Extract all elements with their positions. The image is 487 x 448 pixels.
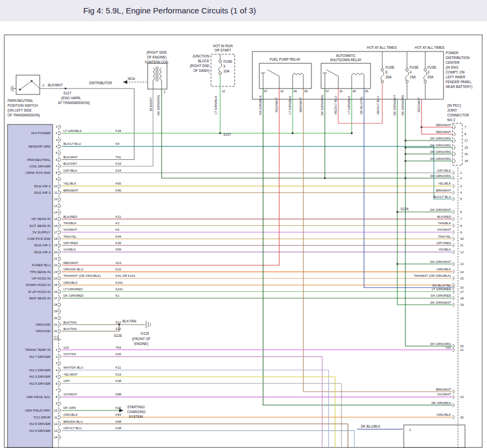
junction-dot	[404, 160, 406, 161]
coil-winding	[160, 68, 162, 80]
diagram-text: BLK/TAN	[122, 319, 136, 323]
pcm-signal-label: TCC DRVR	[33, 415, 50, 419]
circuit-code: K20	[115, 406, 121, 409]
diagram-text: FUSE	[386, 65, 395, 69]
edge-pin-number: 17	[460, 290, 463, 293]
wire-color-label: TAN/BLK	[63, 222, 77, 225]
pcm-pin-number: 2	[56, 131, 57, 135]
circuit-code: K1	[115, 294, 120, 297]
pcm-pin-number: 12	[54, 422, 57, 425]
edge-pin-number: 13	[460, 262, 463, 266]
joint-connector-pin-number: 15	[464, 146, 468, 149]
pcm-pin-bracket	[59, 131, 61, 135]
pcm-pin-bracket	[59, 217, 61, 221]
diagram-text: JOINT	[447, 108, 457, 112]
edge-wire-label: VIO/WHT	[437, 228, 451, 231]
edge-wire-label: DK GRN/ORG	[430, 144, 451, 147]
edge-hook	[453, 290, 454, 293]
edge-pin-number: 25	[460, 416, 463, 419]
diagram-text: FENDER PANEL,	[446, 80, 473, 84]
wire-gry-lt-blu	[62, 431, 354, 448]
pcm-pin-number: 11	[54, 191, 57, 194]
circuit-code: K54	[115, 413, 121, 416]
diagram-text: PARK/NEUTRAL	[8, 99, 33, 102]
pcm-signal-label: IGN POWER	[31, 131, 51, 135]
circuit-code: K39	[115, 241, 121, 245]
pcm-pin-number: 21	[54, 257, 57, 260]
park-neutral-switch-box	[16, 75, 40, 94]
edge-pin-number: 2	[460, 177, 462, 180]
diagram-text: 85	[304, 90, 308, 93]
pcm-pin-number: 1	[56, 125, 57, 128]
pcm-signal-label: R UP HO2S IN	[28, 290, 50, 293]
joint-connector-pin-number: 8	[464, 133, 466, 136]
relay-switch-arm	[267, 70, 279, 76]
wire-color-label: BLK/LT BLU	[63, 142, 81, 145]
diagram-text: (ENG HARN,	[61, 96, 81, 100]
circuit-code: K28	[115, 427, 121, 430]
edge-hook	[453, 348, 454, 352]
junction-dot	[351, 133, 352, 134]
edge-wire-label: DK GRN/ORG	[430, 157, 451, 160]
pcm-pin-number: 11	[54, 416, 57, 419]
edge-pin-number: 11	[460, 244, 463, 247]
junction-dot	[292, 133, 293, 134]
wire-color-label: VIO/TAN	[63, 352, 76, 356]
wire-color-label: BRN/WHT	[63, 189, 78, 192]
pcm-pin-number: 3	[56, 362, 57, 365]
circuit-code: K26	[115, 352, 121, 356]
fuse-element	[424, 71, 427, 80]
edge-wire-label: DK GRN/WHT	[430, 208, 451, 211]
joint-connector-hook	[454, 159, 455, 163]
fuse-terminal	[219, 60, 222, 63]
vertical-wire-label: LT GRN/BLK	[347, 96, 351, 114]
fuse-element	[405, 71, 409, 80]
wire-wht-dk-blu	[62, 370, 329, 448]
wire-yel-wht	[62, 377, 335, 448]
edge-wire-label: TAN/BLK	[438, 222, 451, 225]
diagram-text: BLK/WHT	[48, 83, 63, 87]
vertical-wire-label: DK GRN/ORG	[321, 94, 324, 115]
pcm-pin-bracket	[59, 151, 61, 155]
edge-wire-label: ORG/BLK	[437, 413, 451, 416]
pcm-pin-number: 4	[56, 369, 58, 372]
circuit-code: K11	[115, 366, 121, 369]
pcm-pin-bracket	[59, 184, 61, 188]
vertical-wire-label: BRN/WHT	[299, 97, 302, 112]
diagram-text: SHUTDOWN RELAY	[330, 58, 362, 62]
diagram-text: AT TRANSMISSION)	[58, 101, 90, 105]
junction-dot	[404, 177, 406, 179]
diagram-text: FUSE	[410, 65, 419, 69]
junction-dot	[420, 126, 422, 128]
circuit-code: A14	[115, 261, 121, 265]
edge-hook	[453, 184, 454, 188]
diagram-text: HOT AT ALL TIMES	[415, 46, 444, 49]
diagram-text: (IN ENG	[446, 65, 459, 70]
circuit-code: K341	[115, 281, 123, 284]
edge-wire-label: DK GRN/ORG	[430, 150, 451, 153]
circuit-code: Z12	[115, 321, 121, 324]
wire-dk-blu-yel	[364, 89, 453, 288]
circuit-code: K59	[115, 248, 121, 251]
diagram-text: CONNECTOR	[447, 113, 469, 117]
diagram-text: (RIGHT SIDE	[147, 50, 167, 55]
circuit-code: Z12	[115, 327, 121, 331]
wire-color-label: BLK/RED	[63, 215, 77, 218]
pcm-pin-bracket	[59, 368, 61, 372]
pcm-pin-number: 23	[54, 270, 57, 274]
joint-connector-hook	[454, 133, 455, 136]
edge-hook	[453, 403, 454, 407]
pcm-pin-number: 2	[56, 355, 57, 358]
diagram-text: C1	[54, 335, 59, 339]
circuit-code: K241	[115, 288, 123, 291]
relay-coil	[293, 74, 303, 76]
joint-connector-hook	[454, 126, 455, 129]
edge-wire-label: VIO/BLK	[439, 248, 451, 251]
circuit-code: K44	[115, 235, 121, 238]
diagram-text: POSITION SWITCH	[8, 104, 38, 107]
junction-dot	[396, 263, 398, 265]
pcm-pin-bracket	[59, 204, 61, 208]
edge-wire-label: DK GRN/ORG	[430, 137, 451, 140]
fuse-terminal	[219, 72, 222, 75]
edge-wire-label: GRY/RED	[437, 241, 452, 245]
